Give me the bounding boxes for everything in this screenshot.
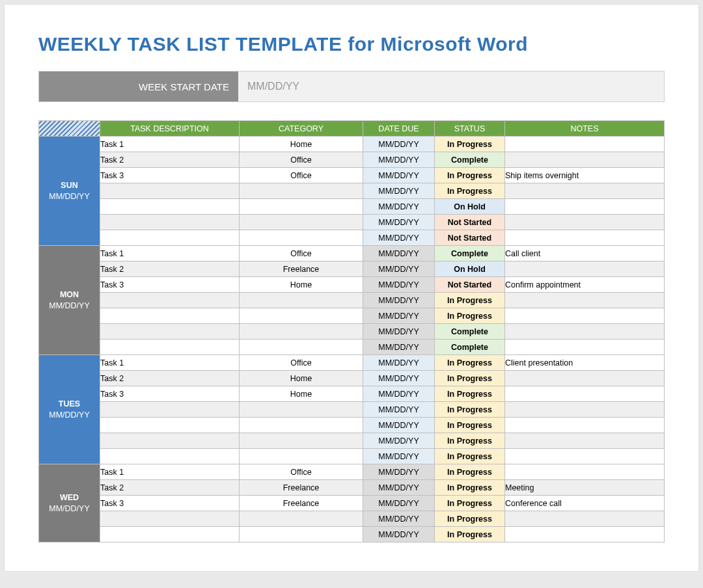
cell-status[interactable]: Complete	[435, 246, 505, 261]
cell-status[interactable]: On Hold	[435, 199, 505, 215]
cell-notes[interactable]	[505, 152, 665, 168]
cell-desc[interactable]: Task 1	[100, 137, 240, 152]
cell-desc[interactable]	[100, 215, 240, 230]
cell-category[interactable]	[240, 308, 363, 324]
cell-status[interactable]: On Hold	[435, 261, 505, 277]
cell-status[interactable]: Complete	[435, 340, 505, 355]
cell-date[interactable]: MM/DD/YY	[363, 152, 435, 168]
cell-date[interactable]: MM/DD/YY	[363, 199, 435, 215]
cell-date[interactable]: MM/DD/YY	[363, 355, 435, 371]
cell-date[interactable]: MM/DD/YY	[363, 418, 435, 433]
cell-notes[interactable]	[505, 449, 665, 464]
cell-category[interactable]: Freelance	[240, 261, 363, 277]
cell-desc[interactable]	[100, 324, 240, 340]
cell-category[interactable]: Office	[240, 168, 363, 183]
cell-desc[interactable]	[100, 511, 240, 527]
cell-date[interactable]: MM/DD/YY	[363, 464, 435, 480]
cell-date[interactable]: MM/DD/YY	[363, 480, 435, 496]
cell-desc[interactable]: Task 2	[100, 261, 240, 277]
cell-status[interactable]: In Progress	[435, 371, 505, 386]
cell-category[interactable]	[240, 293, 363, 308]
cell-notes[interactable]	[505, 293, 665, 308]
cell-category[interactable]: Freelance	[240, 480, 363, 496]
cell-status[interactable]: In Progress	[435, 449, 505, 464]
cell-desc[interactable]	[100, 230, 240, 246]
cell-notes[interactable]	[505, 402, 665, 418]
cell-date[interactable]: MM/DD/YY	[363, 183, 435, 199]
cell-desc[interactable]	[100, 402, 240, 418]
cell-date[interactable]: MM/DD/YY	[363, 308, 435, 324]
cell-notes[interactable]	[505, 137, 665, 152]
cell-desc[interactable]	[100, 340, 240, 355]
cell-status[interactable]: In Progress	[435, 183, 505, 199]
cell-status[interactable]: In Progress	[435, 464, 505, 480]
cell-desc[interactable]: Task 3	[100, 168, 240, 183]
cell-category[interactable]	[240, 340, 363, 355]
cell-desc[interactable]: Task 2	[100, 480, 240, 496]
cell-category[interactable]: Home	[240, 277, 363, 293]
cell-notes[interactable]	[505, 230, 665, 246]
cell-category[interactable]: Office	[240, 246, 363, 261]
cell-notes[interactable]	[505, 511, 665, 527]
cell-date[interactable]: MM/DD/YY	[363, 527, 435, 542]
cell-date[interactable]: MM/DD/YY	[363, 324, 435, 340]
cell-category[interactable]	[240, 449, 363, 464]
cell-desc[interactable]: Task 3	[100, 496, 240, 511]
week-start-value[interactable]: MM/DD/YY	[238, 72, 664, 101]
cell-date[interactable]: MM/DD/YY	[363, 386, 435, 402]
cell-date[interactable]: MM/DD/YY	[363, 277, 435, 293]
cell-notes[interactable]	[505, 433, 665, 449]
cell-status[interactable]: Complete	[435, 152, 505, 168]
cell-status[interactable]: Not Started	[435, 230, 505, 246]
cell-desc[interactable]: Task 1	[100, 355, 240, 371]
cell-desc[interactable]	[100, 183, 240, 199]
cell-category[interactable]	[240, 433, 363, 449]
cell-status[interactable]: In Progress	[435, 308, 505, 324]
cell-category[interactable]	[240, 230, 363, 246]
cell-notes[interactable]	[505, 199, 665, 215]
cell-category[interactable]	[240, 402, 363, 418]
cell-status[interactable]: Complete	[435, 324, 505, 340]
cell-date[interactable]: MM/DD/YY	[363, 433, 435, 449]
cell-category[interactable]	[240, 199, 363, 215]
cell-notes[interactable]	[505, 464, 665, 480]
cell-status[interactable]: In Progress	[435, 168, 505, 183]
cell-notes[interactable]	[505, 371, 665, 386]
cell-date[interactable]: MM/DD/YY	[363, 230, 435, 246]
cell-category[interactable]	[240, 511, 363, 527]
cell-category[interactable]	[240, 418, 363, 433]
cell-status[interactable]: In Progress	[435, 433, 505, 449]
cell-notes[interactable]: Meeting	[505, 480, 665, 496]
cell-desc[interactable]: Task 3	[100, 277, 240, 293]
cell-desc[interactable]	[100, 527, 240, 542]
cell-date[interactable]: MM/DD/YY	[363, 215, 435, 230]
cell-status[interactable]: In Progress	[435, 496, 505, 511]
cell-category[interactable]: Home	[240, 137, 363, 152]
cell-date[interactable]: MM/DD/YY	[363, 511, 435, 527]
cell-notes[interactable]	[505, 215, 665, 230]
cell-desc[interactable]	[100, 449, 240, 464]
cell-category[interactable]: Office	[240, 355, 363, 371]
cell-status[interactable]: In Progress	[435, 355, 505, 371]
cell-desc[interactable]	[100, 308, 240, 324]
cell-date[interactable]: MM/DD/YY	[363, 449, 435, 464]
cell-notes[interactable]	[505, 340, 665, 355]
cell-date[interactable]: MM/DD/YY	[363, 137, 435, 152]
cell-desc[interactable]	[100, 433, 240, 449]
cell-desc[interactable]: Task 2	[100, 371, 240, 386]
cell-status[interactable]: In Progress	[435, 480, 505, 496]
cell-date[interactable]: MM/DD/YY	[363, 340, 435, 355]
cell-date[interactable]: MM/DD/YY	[363, 246, 435, 261]
cell-category[interactable]: Office	[240, 152, 363, 168]
cell-category[interactable]	[240, 215, 363, 230]
cell-status[interactable]: In Progress	[435, 137, 505, 152]
cell-category[interactable]	[240, 324, 363, 340]
cell-desc[interactable]: Task 1	[100, 246, 240, 261]
cell-status[interactable]: In Progress	[435, 511, 505, 527]
cell-notes[interactable]: Confirm appointment	[505, 277, 665, 293]
cell-notes[interactable]	[505, 183, 665, 199]
cell-notes[interactable]	[505, 261, 665, 277]
cell-desc[interactable]: Task 2	[100, 152, 240, 168]
cell-desc[interactable]	[100, 293, 240, 308]
cell-date[interactable]: MM/DD/YY	[363, 261, 435, 277]
